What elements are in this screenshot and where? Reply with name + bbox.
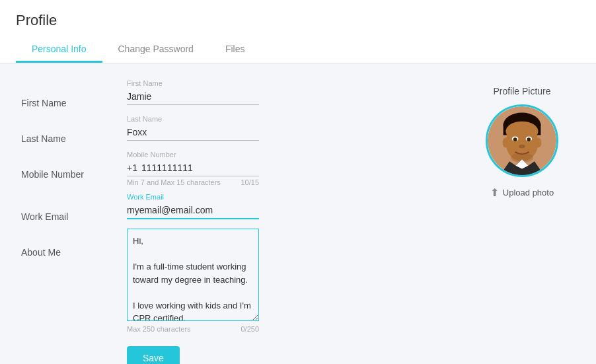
last-name-input-group: Last Name — [127, 115, 259, 141]
tab-files[interactable]: Files — [209, 37, 261, 63]
work-email-field-label: Work Email — [127, 193, 259, 201]
work-email-row: Work Email Work Email — [21, 193, 443, 222]
save-button[interactable]: Save — [127, 346, 180, 364]
svg-point-10 — [503, 137, 509, 147]
mobile-input-group: Mobile Number +1 Min 7 and Max 15 charac… — [127, 151, 259, 186]
first-name-field-label: First Name — [127, 79, 259, 87]
work-email-input[interactable] — [127, 202, 259, 219]
svg-point-4 — [505, 122, 538, 141]
mobile-hint-text: Min 7 and Max 15 characters — [127, 178, 221, 186]
last-name-label: Last Name — [21, 115, 127, 144]
svg-point-11 — [535, 137, 541, 147]
form-section: First Name First Name Last Name Last Nam… — [21, 79, 443, 364]
first-name-input-group: First Name — [127, 79, 259, 105]
about-me-input-group: Hi, I'm a full-time student working towa… — [127, 229, 259, 333]
avatar-image — [488, 106, 556, 175]
mobile-char-hint: Min 7 and Max 15 characters 10/15 — [127, 178, 259, 186]
svg-point-8 — [527, 137, 531, 141]
about-me-textarea[interactable]: Hi, I'm a full-time student working towa… — [127, 229, 259, 321]
svg-point-9 — [519, 145, 525, 149]
mobile-field-label: Mobile Number — [127, 151, 259, 159]
last-name-row: Last Name Last Name — [21, 115, 443, 144]
tab-personal-info[interactable]: Personal Info — [16, 37, 102, 63]
last-name-field-label: Last Name — [127, 115, 259, 123]
tab-change-password[interactable]: Change Password — [102, 37, 209, 63]
work-email-input-group: Work Email — [127, 193, 259, 219]
profile-picture-label: Profile Picture — [493, 86, 550, 96]
upload-photo-button[interactable]: ⬆ Upload photo — [490, 186, 554, 199]
first-name-row: First Name First Name — [21, 79, 443, 108]
country-code: +1 — [127, 163, 137, 173]
mobile-input[interactable] — [141, 163, 259, 173]
work-email-label: Work Email — [21, 193, 127, 222]
page-title: Profile — [16, 12, 580, 29]
svg-point-7 — [513, 137, 517, 141]
page-header: Profile Personal Info Change Password Fi… — [0, 0, 596, 63]
upload-icon: ⬆ — [490, 186, 499, 199]
upload-photo-label: Upload photo — [503, 188, 554, 198]
about-me-row: About Me Hi, I'm a full-time student wor… — [21, 229, 443, 333]
mobile-count: 10/15 — [241, 178, 259, 186]
mobile-label: Mobile Number — [21, 151, 127, 180]
mobile-number-row: Mobile Number Mobile Number +1 Min 7 and… — [21, 151, 443, 186]
about-hint-text: Max 250 characters — [127, 325, 191, 333]
about-count: 0/250 — [241, 325, 259, 333]
about-me-label: About Me — [21, 229, 127, 258]
about-char-hint: Max 250 characters 0/250 — [127, 325, 259, 333]
profile-picture-section: Profile Picture — [469, 79, 575, 364]
mobile-input-wrapper: +1 — [127, 160, 259, 176]
tabs: Personal Info Change Password Files — [16, 37, 580, 63]
page-wrapper: Profile Personal Info Change Password Fi… — [0, 0, 596, 364]
first-name-label: First Name — [21, 79, 127, 108]
profile-avatar-wrapper — [486, 104, 558, 177]
last-name-input[interactable] — [127, 124, 259, 141]
content-area: First Name First Name Last Name Last Nam… — [0, 63, 596, 364]
first-name-input[interactable] — [127, 89, 259, 105]
